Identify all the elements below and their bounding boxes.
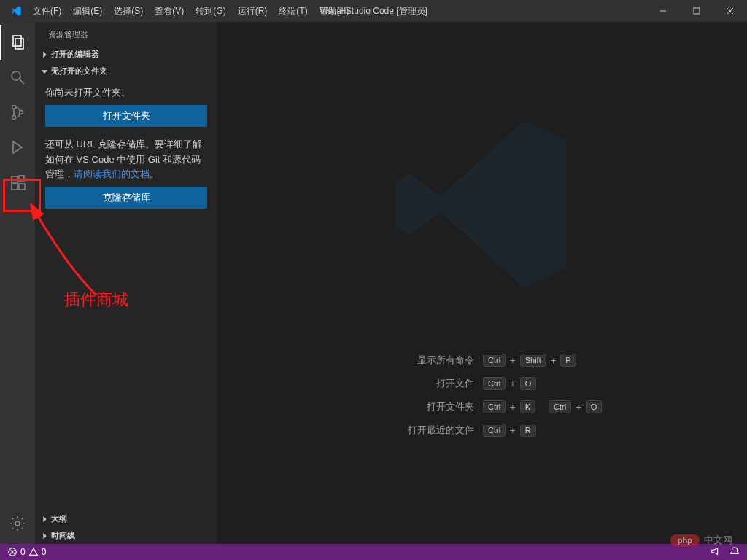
section-no-folder-label: 无打开的文件夹 xyxy=(51,66,107,77)
key: P xyxy=(560,354,576,367)
shortcut-keys: Ctrl+ R xyxy=(483,424,614,437)
svg-rect-1 xyxy=(694,8,700,14)
shortcut-show-all-commands: 显示所有命令 Ctrl+ Shift+ P xyxy=(329,354,635,367)
docs-link[interactable]: 请阅读我们的文档 xyxy=(74,168,150,179)
svg-rect-4 xyxy=(13,36,21,46)
status-errors-count: 0 xyxy=(20,547,26,557)
svg-rect-13 xyxy=(19,184,25,190)
clone-help-text: 还可从 URL 克隆存储库。要详细了解如何在 VS Code 中使用 Git 和… xyxy=(45,137,207,182)
megaphone-icon xyxy=(711,546,721,556)
svg-point-8 xyxy=(12,106,16,109)
svg-point-10 xyxy=(20,111,23,114)
status-problems[interactable]: 0 0 xyxy=(7,547,46,557)
activity-explorer[interactable] xyxy=(0,25,35,60)
key: K xyxy=(520,400,535,413)
section-timeline[interactable]: 时间线 xyxy=(35,527,217,544)
menu-terminal[interactable]: 终端(T) xyxy=(274,1,312,22)
chevron-right-icon xyxy=(39,531,50,541)
activity-settings[interactable] xyxy=(0,506,35,541)
shortcut-keys: Ctrl+ Shift+ P xyxy=(483,354,614,367)
error-icon xyxy=(7,547,18,557)
section-open-editors-label: 打开的编辑器 xyxy=(51,49,99,60)
svg-rect-12 xyxy=(12,184,18,190)
key: Ctrl xyxy=(483,424,506,437)
no-folder-msg: 你尚未打开文件夹。 xyxy=(45,85,207,101)
shortcut-open-recent: 打开最近的文件 Ctrl+ R xyxy=(329,424,635,437)
shortcut-keys: Ctrl+ O xyxy=(483,377,614,390)
status-notifications[interactable] xyxy=(729,546,740,559)
key: Ctrl xyxy=(483,400,506,413)
key: Ctrl xyxy=(549,400,571,413)
shortcut-open-folder: 打开文件夹 Ctrl+ K Ctrl+ O xyxy=(329,400,635,413)
open-folder-button[interactable]: 打开文件夹 xyxy=(45,105,207,127)
menu-go[interactable]: 转到(G) xyxy=(190,1,231,22)
section-outline[interactable]: 大纲 xyxy=(35,510,217,527)
svg-line-7 xyxy=(20,79,24,84)
sidebar-explorer: 资源管理器 打开的编辑器 无打开的文件夹 你尚未打开文件夹。 打开文件夹 还可从… xyxy=(35,22,217,544)
window-maximize-button[interactable] xyxy=(680,0,713,22)
no-folder-body: 你尚未打开文件夹。 打开文件夹 还可从 URL 克隆存储库。要详细了解如何在 V… xyxy=(35,79,217,217)
section-open-editors[interactable]: 打开的编辑器 xyxy=(35,46,217,63)
shortcut-label: 显示所有命令 xyxy=(350,354,474,367)
window-close-button[interactable] xyxy=(713,0,747,22)
menu-run[interactable]: 运行(R) xyxy=(233,1,273,22)
sidebar-title: 资源管理器 xyxy=(35,22,217,46)
status-bar: 0 0 xyxy=(0,544,747,560)
activity-bar xyxy=(0,22,35,544)
key: Ctrl xyxy=(483,354,506,367)
key: Shift xyxy=(520,354,546,367)
editor-area: 显示所有命令 Ctrl+ Shift+ P 打开文件 Ctrl+ O 打开文件夹… xyxy=(217,22,747,544)
svg-point-9 xyxy=(12,116,16,120)
status-warnings-count: 0 xyxy=(42,547,47,557)
key: Ctrl xyxy=(483,377,506,390)
section-timeline-label: 时间线 xyxy=(51,530,75,541)
shortcut-open-file: 打开文件 Ctrl+ O xyxy=(329,377,635,390)
svg-rect-11 xyxy=(12,176,18,182)
section-outline-label: 大纲 xyxy=(51,513,67,524)
clone-repo-button[interactable]: 克隆存储库 xyxy=(45,187,207,209)
svg-rect-5 xyxy=(15,39,23,49)
key: O xyxy=(520,377,537,390)
shortcut-label: 打开文件 xyxy=(350,377,474,390)
activity-run-debug[interactable] xyxy=(0,130,35,165)
shortcut-keys: Ctrl+ K Ctrl+ O xyxy=(483,400,614,413)
title-bar: 文件(F) 编辑(E) 选择(S) 查看(V) 转到(G) 运行(R) 终端(T… xyxy=(0,0,747,22)
menu-edit[interactable]: 编辑(E) xyxy=(68,1,107,22)
warning-icon xyxy=(28,547,39,557)
key: O xyxy=(586,400,603,413)
shortcut-label: 打开最近的文件 xyxy=(350,424,474,437)
vscode-watermark-icon xyxy=(387,109,577,299)
menu-view[interactable]: 查看(V) xyxy=(150,1,189,22)
menu-help[interactable]: 帮助(H) xyxy=(314,1,355,22)
bell-icon xyxy=(729,546,740,556)
svg-point-15 xyxy=(15,521,20,526)
period: 。 xyxy=(150,168,159,179)
key: R xyxy=(520,424,536,437)
window-minimize-button[interactable] xyxy=(646,0,680,22)
chevron-down-icon xyxy=(39,66,50,77)
activity-extensions[interactable] xyxy=(0,165,35,200)
menu-select[interactable]: 选择(S) xyxy=(109,1,148,22)
status-feedback[interactable] xyxy=(711,546,721,559)
activity-source-control[interactable] xyxy=(0,95,35,130)
welcome-shortcuts: 显示所有命令 Ctrl+ Shift+ P 打开文件 Ctrl+ O 打开文件夹… xyxy=(217,354,747,437)
svg-point-6 xyxy=(12,71,20,80)
shortcut-label: 打开文件夹 xyxy=(350,400,474,413)
svg-rect-14 xyxy=(19,176,24,181)
menu-bar: 文件(F) 编辑(E) 选择(S) 查看(V) 转到(G) 运行(R) 终端(T… xyxy=(28,1,354,22)
menu-file[interactable]: 文件(F) xyxy=(28,1,66,22)
section-no-folder[interactable]: 无打开的文件夹 xyxy=(35,63,217,79)
chevron-right-icon xyxy=(39,514,50,524)
vscode-logo-icon xyxy=(7,2,25,20)
activity-search[interactable] xyxy=(0,60,35,95)
chevron-right-icon xyxy=(39,50,50,60)
